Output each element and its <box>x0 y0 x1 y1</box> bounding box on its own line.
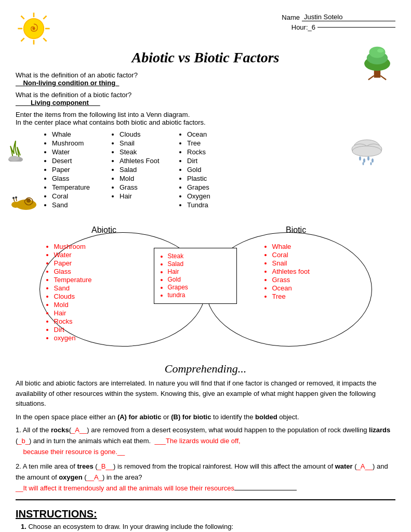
venn-diagram: Mushroom Water Paper Glass Temperature S… <box>29 232 382 357</box>
venn-list-item: Hair <box>54 309 149 317</box>
abiotic-answer: __Non-living condition or thing_ <box>16 79 395 87</box>
list-item: Grapes <box>187 183 239 191</box>
venn-list-item: Whale <box>272 243 367 250</box>
list-item: Hair <box>120 192 171 200</box>
svg-line-6 <box>43 16 46 19</box>
instructions-section: INSTRUCTIONS: 1. Choose an ecosystem to … <box>16 508 395 530</box>
comprehending-section: Comprehending... All biotic and abiotic … <box>16 362 395 494</box>
list-column-2: Clouds Snail Steak Athletes Foot Salad M… <box>109 130 171 210</box>
svg-point-15 <box>369 47 385 58</box>
svg-point-18 <box>9 156 19 161</box>
biotic-answer: ____Living component___ <box>16 99 395 107</box>
svg-point-32 <box>367 156 369 161</box>
list-item: Sand <box>52 201 104 209</box>
svg-point-21 <box>11 202 20 208</box>
list-item: Temperature <box>52 183 104 191</box>
list-item: Grass <box>120 183 171 191</box>
svg-point-31 <box>363 158 365 163</box>
comprehending-para2: In the open space place either an (A) fo… <box>16 412 395 422</box>
instructions-list: 1. Choose an ecosystem to draw. In your … <box>16 523 395 530</box>
q2-answer: __It will affect it tremendously and all… <box>16 483 395 494</box>
svg-line-5 <box>43 38 46 41</box>
venn-center-item: Salad <box>168 260 232 268</box>
tree-icon <box>359 44 395 81</box>
list-item: Tree <box>187 139 239 147</box>
venn-center-item: Hair <box>168 268 232 275</box>
venn-list-item: Snail <box>272 259 367 267</box>
svg-line-4 <box>21 16 24 19</box>
name-area: Name Justin Sotelo Hour:_6 <box>282 13 395 33</box>
list-item: Water <box>52 148 104 156</box>
title-row: Abiotic vs Biotic Factors <box>16 49 395 66</box>
instructions-item-1: 1. Choose an ecosystem to draw. In your … <box>21 523 395 530</box>
svg-point-29 <box>352 146 381 156</box>
hour-value <box>317 27 395 28</box>
list-item: Salad <box>120 166 171 174</box>
rain-decoration <box>349 136 385 168</box>
venn-intro-line2: In the center place what contains both b… <box>16 118 395 126</box>
venn-list-item: Sand <box>54 284 149 292</box>
svg-point-9 <box>32 27 35 30</box>
list-item: Snail <box>120 139 171 147</box>
list-item: Ocean <box>187 130 239 138</box>
venn-list-item: Tree <box>272 292 367 300</box>
list-item: Gold <box>187 166 239 174</box>
list-item: Plastic <box>187 175 239 182</box>
bottom-divider <box>16 499 395 500</box>
venn-center-item: Gold <box>168 276 232 283</box>
venn-list-item: Athletes foot <box>272 268 367 275</box>
venn-list-item: Mold <box>54 301 149 309</box>
list-col3-items: Ocean Tree Rocks Dirt Gold Plastic Grape… <box>177 130 239 209</box>
sun-icon <box>16 10 52 47</box>
venn-list-item: Ocean <box>272 284 367 292</box>
instructions-title: INSTRUCTIONS: <box>16 508 395 520</box>
venn-list-item: oxygen <box>54 334 149 342</box>
svg-point-20 <box>26 198 31 203</box>
list-column-1: Whale Mushroom Water Desert Paper Glass … <box>42 130 104 210</box>
question-2: 2. A ten mile area of trees (_B__) is re… <box>16 461 395 494</box>
name-label: Name <box>282 14 300 21</box>
venn-list-item: Glass <box>54 268 149 275</box>
svg-point-30 <box>359 156 361 161</box>
q1-text: 1. All of the rocks(_A__) are removed fr… <box>16 425 395 447</box>
list-item: Whale <box>52 130 104 138</box>
venn-right-list: Whale Coral Snail Athletes foot Grass Oc… <box>263 243 367 300</box>
comprehending-title: Comprehending... <box>16 362 395 376</box>
venn-right-content: Whale Coral Snail Athletes foot Grass Oc… <box>263 243 367 301</box>
hour-label: Hour:_6 <box>291 23 315 31</box>
venn-list-item: Water <box>54 251 149 259</box>
svg-line-11 <box>368 76 374 80</box>
svg-point-16 <box>377 49 383 53</box>
list-item: Desert <box>52 157 104 165</box>
venn-center-item: Grapes <box>168 284 232 291</box>
q2-text: 2. A ten mile area of trees (_B__) is re… <box>16 461 395 483</box>
list-item: Steak <box>120 148 171 156</box>
svg-point-25 <box>15 196 17 198</box>
svg-line-7 <box>21 38 24 41</box>
list-item: Clouds <box>120 130 171 138</box>
definitions-section: What is the definition of an abotic fact… <box>16 71 395 87</box>
list-item: Paper <box>52 166 104 174</box>
list-item: Rocks <box>187 148 239 156</box>
venn-center-item: Steak <box>168 252 232 260</box>
venn-center-item: tundra <box>168 291 232 299</box>
question-1: 1. All of the rocks(_A__) are removed fr… <box>16 425 395 457</box>
q1-answer-cont: because their resource is gone.__ <box>16 447 395 458</box>
venn-center-content: Steak Salad Hair Gold Grapes tundra <box>154 248 237 304</box>
venn-center-list: Steak Salad Hair Gold Grapes tundra <box>158 252 232 299</box>
list-col1-items: Whale Mushroom Water Desert Paper Glass … <box>42 130 104 209</box>
item-list-section: Whale Mushroom Water Desert Paper Glass … <box>16 130 395 210</box>
list-item: Oxygen <box>187 192 239 200</box>
svg-point-33 <box>372 158 374 163</box>
venn-list-item: Temperature <box>54 276 149 284</box>
list-column-3: Ocean Tree Rocks Dirt Gold Plastic Grape… <box>177 130 239 210</box>
q1-answer: ___The lizards would die off, <box>154 437 240 445</box>
venn-intro: Enter the items from the following list … <box>16 111 395 126</box>
biotic-question: What is the definition of a biotic facto… <box>16 91 395 99</box>
page-title: Abiotic vs Biotic Factors <box>132 49 280 66</box>
venn-list-item: Dirt <box>54 326 149 334</box>
list-item: Mold <box>120 175 171 182</box>
list-item: Athletes Foot <box>120 157 171 165</box>
venn-list-item: Paper <box>54 259 149 267</box>
svg-line-12 <box>380 76 386 80</box>
